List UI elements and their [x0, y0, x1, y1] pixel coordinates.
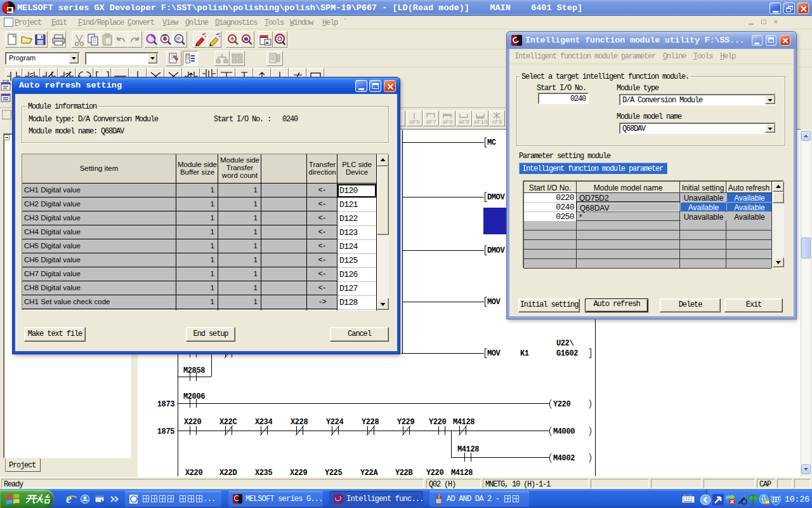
svg-text:Y220: Y220	[429, 418, 446, 427]
svg-text:Y220: Y220	[553, 400, 570, 409]
svg-text:M2006: M2006	[183, 392, 205, 401]
svg-text:G1602: G1602	[556, 349, 578, 358]
svg-text:Y220: Y220	[426, 469, 443, 477]
svg-text:MOV: MOV	[487, 298, 501, 307]
svg-text:DMOV: DMOV	[487, 246, 505, 255]
svg-text:M4128: M4128	[451, 469, 473, 477]
svg-text:M4000: M4000	[553, 427, 575, 436]
svg-text:M4002: M4002	[553, 454, 575, 463]
svg-text:X234: X234	[255, 418, 272, 427]
svg-text:X235: X235	[255, 469, 272, 477]
svg-text:e: e	[66, 492, 72, 505]
svg-text:K1: K1	[520, 349, 529, 358]
svg-text:M4128: M4128	[453, 418, 475, 427]
svg-text:1873: 1873	[157, 400, 174, 409]
svg-text:X220: X220	[184, 418, 201, 427]
svg-text:Y228: Y228	[362, 418, 379, 427]
svg-text:X228: X228	[291, 418, 308, 427]
svg-text:M2858: M2858	[183, 366, 205, 375]
svg-text:X22C: X22C	[219, 418, 237, 427]
svg-text:M4128: M4128	[457, 445, 479, 454]
svg-text:1875: 1875	[157, 427, 174, 436]
svg-text:X22D: X22D	[219, 469, 237, 477]
svg-text:U22\: U22\	[556, 339, 573, 348]
svg-text:DMOV: DMOV	[487, 193, 505, 202]
svg-text:MC: MC	[487, 138, 496, 147]
svg-text:Y22A: Y22A	[360, 469, 378, 477]
svg-text:X220: X220	[185, 469, 202, 477]
svg-text:Y229: Y229	[397, 418, 414, 427]
svg-text:Y225: Y225	[325, 469, 342, 477]
svg-text:X229: X229	[290, 469, 307, 477]
svg-text:Y224: Y224	[326, 418, 343, 427]
svg-text:Y22B: Y22B	[395, 469, 412, 477]
svg-text:MOV: MOV	[487, 349, 501, 358]
svg-text:12: 12	[176, 39, 180, 43]
